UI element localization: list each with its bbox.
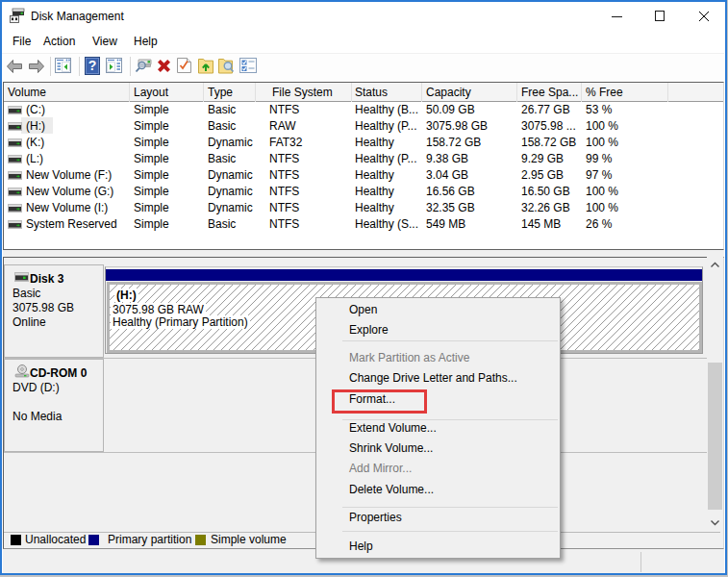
svg-text:?: ?: [88, 58, 97, 73]
